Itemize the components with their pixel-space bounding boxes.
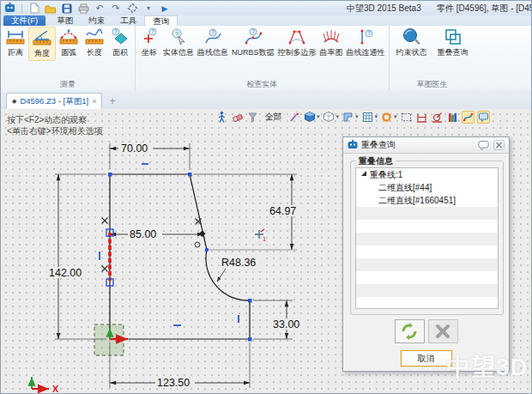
- tree-item-label: 二维直线[#44]: [378, 181, 432, 194]
- button-label: 面积: [112, 47, 128, 58]
- group-label-inspect: 检查实体: [137, 79, 387, 90]
- delete-button[interactable]: [428, 319, 458, 343]
- dimension-text-backs: [47, 142, 304, 388]
- constraint-state-button[interactable]: 约束状态: [395, 27, 429, 59]
- coordinate-button[interactable]: ? 坐标: [137, 27, 161, 59]
- nurbs-data-icon: ?: [243, 27, 263, 46]
- control-polygon-button[interactable]: 控制多边形: [276, 27, 318, 59]
- svg-text:?: ?: [367, 30, 371, 36]
- arc-button[interactable]: 圆弧: [56, 27, 82, 59]
- area-button[interactable]: ? 面积: [107, 27, 133, 59]
- button-label: 重叠查询: [438, 47, 469, 58]
- quick-access-toolbar: ↶ ↷ ▾ ▶: [3, 3, 171, 14]
- button-label: 曲率图: [320, 47, 343, 58]
- new-tab-icon[interactable]: +: [109, 95, 115, 107]
- curvature-plot-icon: [321, 27, 342, 46]
- document-tab-bar: ◆ D4596.Z3 - [草图1] × +: [1, 90, 532, 110]
- overlap-info-group: 重叠信息 重叠线:1 二维直线[#44] 二维直线[#1660451]: [350, 161, 504, 315]
- tab-sketch[interactable]: 草图: [49, 15, 81, 26]
- close-icon[interactable]: [493, 140, 505, 150]
- constraint-marks: [100, 164, 239, 325]
- watermark: 中望3D: [446, 351, 529, 384]
- dim-left[interactable]: 142.00: [49, 267, 82, 279]
- open-folder-icon[interactable]: [45, 3, 57, 14]
- dim-radius[interactable]: R48.36: [221, 257, 256, 269]
- dim-top[interactable]: 70.00: [121, 142, 148, 155]
- delete-icon: [434, 324, 451, 339]
- app-logo-icon[interactable]: [3, 3, 15, 14]
- button-label: 实体信息: [163, 47, 194, 58]
- overlap-query-button[interactable]: 重叠查询: [436, 27, 470, 59]
- print-icon[interactable]: [77, 3, 89, 14]
- button-label: 长度: [87, 47, 102, 58]
- document-title: 零件 [D4596], 草图 - [D4596.Z3: [437, 3, 532, 15]
- tab-file[interactable]: 文件(F): [3, 15, 45, 26]
- button-label: 控制多边形: [278, 47, 317, 58]
- tree-item-row[interactable]: 二维直线[#1660451]: [356, 194, 498, 207]
- undo-icon[interactable]: ↶: [94, 3, 106, 14]
- tree-root-row[interactable]: 重叠线:1: [356, 168, 498, 181]
- refresh-button[interactable]: [395, 319, 425, 343]
- curve-info-button[interactable]: ? 曲线信息: [196, 27, 230, 59]
- new-file-icon[interactable]: [28, 3, 40, 14]
- overlap-query-panel[interactable]: 重叠查询 重叠信息 重叠线:1 二维直线[#44] 二维直线[#1660451]: [342, 136, 510, 372]
- ribbon: 距离 角度 圆弧 长度 ? 面积 测量 ? 坐标: [1, 26, 532, 91]
- tree-item-row[interactable]: 二维直线[#44]: [356, 181, 498, 194]
- dim-right-lower[interactable]: 33.00: [273, 318, 299, 330]
- play-icon[interactable]: ▶: [159, 3, 171, 14]
- save-icon[interactable]: [61, 3, 73, 14]
- axis-triad: X: [32, 377, 59, 394]
- panel-buttons: [343, 319, 509, 343]
- tree-item-label: 二维直线[#1660451]: [378, 194, 456, 207]
- curvature-plot-button[interactable]: 曲率图: [318, 27, 345, 59]
- svg-text:?: ?: [114, 28, 118, 34]
- svg-text:?: ?: [151, 28, 154, 34]
- coordinate-icon: ?: [139, 27, 160, 46]
- dropdown-icon[interactable]: ▾: [142, 3, 154, 14]
- area-icon: ?: [109, 27, 131, 46]
- point-marker-1[interactable]: 1: [255, 229, 266, 243]
- length-button[interactable]: 长度: [82, 27, 107, 59]
- panel-title-bar[interactable]: 重叠查询: [343, 137, 509, 154]
- tree-root-label: 重叠线:1: [370, 168, 402, 181]
- button-label: 坐标: [142, 47, 157, 58]
- close-tab-icon[interactable]: ×: [92, 97, 96, 106]
- distance-button[interactable]: 距离: [3, 27, 28, 59]
- regen-icon[interactable]: [126, 3, 138, 14]
- refresh-icon: [399, 322, 420, 341]
- tab-tools[interactable]: 工具: [112, 15, 144, 26]
- dim-right-upper[interactable]: 64.97: [269, 205, 296, 217]
- divider: [21, 3, 22, 13]
- svg-text:?: ?: [251, 28, 255, 34]
- cancel-button[interactable]: 取消: [401, 350, 452, 367]
- menu-tab-row: 文件(F) 草图 约束 工具 查询: [1, 15, 532, 26]
- nurbs-data-button[interactable]: ? NURBS数据: [230, 27, 276, 59]
- entity-info-button[interactable]: ? 实体信息: [161, 27, 196, 59]
- document-tab-label: D4596.Z3 - [草图1]: [20, 96, 88, 107]
- dim-bottom[interactable]: 123.50: [157, 377, 190, 389]
- tree-expand-icon[interactable]: [361, 171, 366, 176]
- curve-connectivity-icon: ?: [355, 27, 376, 46]
- panel-logo-icon: [348, 140, 358, 150]
- ribbon-group-sketch-doctor: 约束状态 重叠查询 草图医生: [390, 26, 475, 90]
- dim-middle[interactable]: 85.00: [130, 228, 156, 240]
- axis-x-label: X: [52, 384, 59, 394]
- overlap-tree[interactable]: 重叠线:1 二维直线[#44] 二维直线[#1660451]: [355, 167, 499, 309]
- button-label: NURBS数据: [232, 47, 275, 58]
- app-title: 中望3D 2015 Beta3: [347, 3, 421, 15]
- group-label-sketch-doctor: 草图医生: [391, 79, 474, 90]
- overlap-query-icon: [442, 27, 464, 46]
- group-label: 重叠信息: [356, 155, 396, 167]
- button-label: 约束状态: [396, 47, 427, 58]
- tab-inquire[interactable]: 查询: [144, 15, 178, 26]
- comment-icon[interactable]: [478, 140, 490, 151]
- angle-button[interactable]: 角度: [28, 27, 56, 61]
- redo-icon[interactable]: ↷: [110, 3, 122, 14]
- group-label-measure: 测量: [3, 79, 133, 90]
- document-tab-active[interactable]: ◆ D4596.Z3 - [草图1] ×: [6, 93, 102, 109]
- tab-constraint[interactable]: 约束: [81, 15, 112, 26]
- button-label: 圆弧: [61, 47, 76, 58]
- curve-connectivity-button[interactable]: ? 曲线连通性: [345, 27, 387, 59]
- control-polygon-icon: [287, 27, 307, 46]
- button-label: 距离: [8, 47, 23, 58]
